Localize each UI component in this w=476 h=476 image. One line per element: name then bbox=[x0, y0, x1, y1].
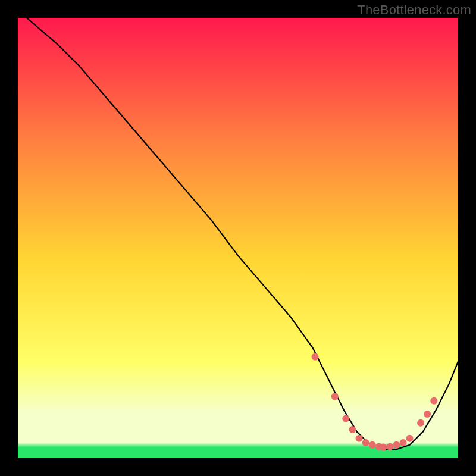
data-marker bbox=[393, 441, 400, 449]
data-marker bbox=[362, 439, 369, 446]
plot-area bbox=[18, 18, 458, 458]
data-marker bbox=[406, 435, 414, 442]
data-marker bbox=[424, 411, 431, 418]
data-marker bbox=[400, 439, 407, 446]
gradient-background bbox=[18, 18, 458, 458]
data-marker bbox=[349, 426, 356, 433]
chart-container: TheBottleneck.com bbox=[0, 0, 476, 476]
data-marker bbox=[369, 441, 376, 449]
data-marker bbox=[380, 444, 387, 451]
watermark-label: TheBottleneck.com bbox=[357, 2, 471, 18]
data-marker bbox=[386, 443, 393, 450]
data-marker bbox=[331, 393, 339, 400]
data-marker bbox=[430, 397, 437, 405]
data-marker bbox=[417, 419, 424, 427]
chart-svg bbox=[18, 18, 458, 458]
data-marker bbox=[312, 353, 319, 361]
data-marker bbox=[342, 415, 349, 422]
data-marker bbox=[356, 435, 363, 442]
